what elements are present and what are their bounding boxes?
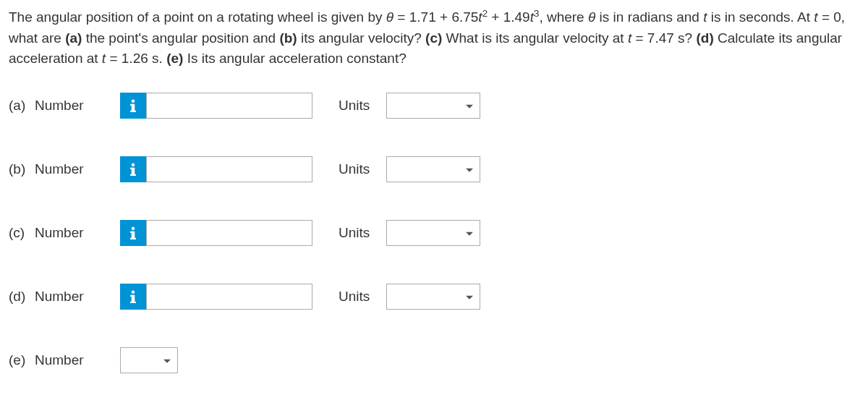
part-e-label: (e) xyxy=(166,51,183,66)
part-label: (e) xyxy=(9,352,35,368)
eq-part: = 1.26 s. xyxy=(106,51,166,66)
units-select-b[interactable] xyxy=(386,156,480,182)
svg-point-12 xyxy=(132,290,135,294)
answer-row-c: (c) Number Units xyxy=(9,220,859,246)
info-glyph xyxy=(128,226,138,239)
question-text: The angular position of a point on a rot… xyxy=(9,7,859,69)
eq-part: = 1.71 + 6.75 xyxy=(393,9,478,25)
units-select-a[interactable] xyxy=(386,93,480,119)
eq-part: its angular velocity? xyxy=(297,30,425,46)
info-icon[interactable] xyxy=(120,220,146,246)
eq-part: is in radians and xyxy=(595,9,703,25)
units-select-wrap xyxy=(386,284,480,310)
info-glyph xyxy=(128,99,138,112)
number-input-a[interactable] xyxy=(146,93,312,119)
info-glyph xyxy=(128,163,138,176)
svg-rect-3 xyxy=(130,110,136,111)
units-select-c[interactable] xyxy=(386,220,480,246)
units-label: Units xyxy=(339,225,386,241)
theta-symbol: θ xyxy=(588,9,595,25)
units-label: Units xyxy=(339,289,386,305)
eq-part: the point's angular position and xyxy=(82,30,279,46)
info-glyph xyxy=(128,290,138,303)
answer-row-a: (a) Number Units xyxy=(9,93,859,119)
number-input-d[interactable] xyxy=(146,284,312,310)
svg-rect-6 xyxy=(130,167,132,169)
part-label: (a) xyxy=(9,98,35,114)
units-select-wrap xyxy=(386,93,480,119)
part-a-label: (a) xyxy=(65,30,82,46)
svg-point-4 xyxy=(132,163,135,166)
answer-row-b: (b) Number Units xyxy=(9,156,859,182)
info-icon[interactable] xyxy=(120,284,146,310)
theta-symbol: θ xyxy=(386,9,393,25)
part-label: (d) xyxy=(9,289,35,305)
svg-rect-11 xyxy=(130,237,136,239)
units-select-wrap xyxy=(386,156,480,182)
part-d-label: (d) xyxy=(696,30,713,46)
eq-part: = 7.47 s? xyxy=(631,30,696,46)
part-b-label: (b) xyxy=(279,30,297,46)
number-input-b[interactable] xyxy=(146,156,312,182)
svg-rect-14 xyxy=(130,294,132,296)
svg-point-0 xyxy=(132,99,135,103)
units-select-wrap xyxy=(386,220,480,246)
answer-select-e[interactable] xyxy=(120,347,178,373)
svg-rect-10 xyxy=(130,231,132,232)
answer-select-wrap xyxy=(120,347,178,373)
units-label: Units xyxy=(339,161,386,177)
part-label: (b) xyxy=(9,161,35,177)
number-label: Number xyxy=(35,352,107,368)
answer-row-d: (d) Number Units xyxy=(9,284,859,310)
svg-point-8 xyxy=(132,226,135,230)
answer-row-e: (e) Number xyxy=(9,347,859,373)
units-label: Units xyxy=(339,98,386,114)
eq-part: + 1.49 xyxy=(488,9,530,25)
number-label: Number xyxy=(35,161,120,177)
eq-part: , where xyxy=(539,9,588,25)
number-label: Number xyxy=(35,225,120,241)
units-select-d[interactable] xyxy=(386,284,480,310)
eq-part: What is its angular velocity at xyxy=(442,30,628,46)
svg-rect-2 xyxy=(130,103,132,105)
info-icon[interactable] xyxy=(120,93,146,119)
part-c-label: (c) xyxy=(425,30,442,46)
eq-part: is in seconds. At xyxy=(707,9,814,25)
number-input-c[interactable] xyxy=(146,220,312,246)
svg-rect-7 xyxy=(130,174,136,175)
info-icon[interactable] xyxy=(120,156,146,182)
exponent: 2 xyxy=(482,8,488,19)
svg-rect-15 xyxy=(130,301,136,302)
number-label: Number xyxy=(35,289,120,305)
question-prefix: The angular position of a point on a rot… xyxy=(9,9,386,25)
eq-part: Is its angular acceleration constant? xyxy=(183,51,406,66)
part-label: (c) xyxy=(9,225,35,241)
number-label: Number xyxy=(35,98,120,114)
